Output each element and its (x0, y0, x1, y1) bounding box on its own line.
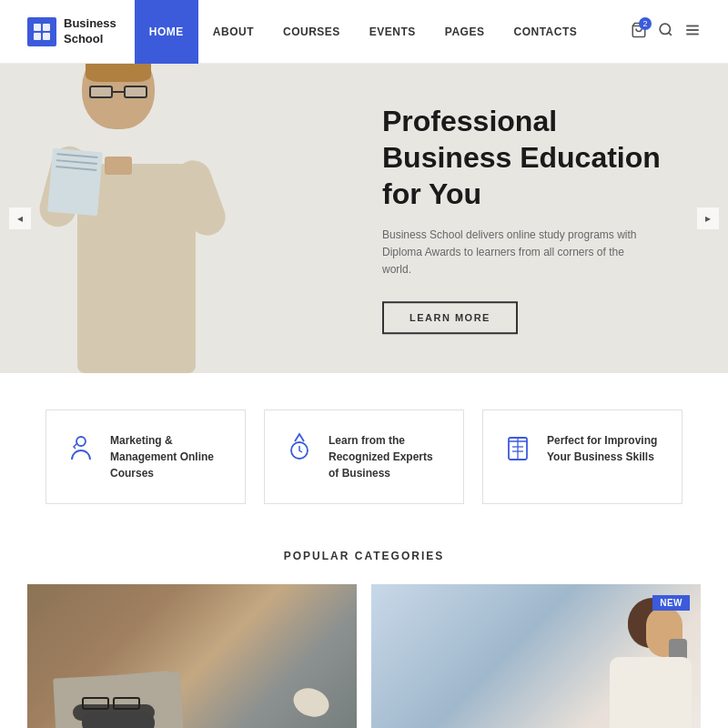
section-title: POPULAR CATEGORIES (27, 550, 701, 562)
menu-icon[interactable] (684, 22, 701, 42)
hero-section: ◂ Professional Business Education for Yo… (0, 64, 728, 373)
nav-courses[interactable]: COURSES (268, 0, 355, 64)
nav-about[interactable]: ABOUT (198, 0, 268, 64)
book-icon (501, 432, 534, 465)
medal-icon (283, 432, 316, 465)
logo-text: Business School (64, 16, 116, 47)
hero-next-button[interactable]: ▸ (697, 207, 719, 229)
marketing-icon (65, 432, 97, 465)
feature-card-3: Perfect for Improving Your Business Skil… (482, 410, 682, 504)
svg-line-7 (669, 33, 672, 35)
marketing-image (371, 584, 701, 728)
person-silhouette (55, 82, 218, 373)
feature-text-1: Marketing & Management Online Courses (110, 432, 227, 481)
feature-text-3: Perfect for Improving Your Business Skil… (547, 432, 663, 465)
features-section: Marketing & Management Online Courses Le… (0, 373, 728, 541)
nav-pages[interactable]: PAGES (430, 0, 500, 64)
cart-badge: 2 (639, 17, 652, 30)
categories-grid: Brand Strategy → NEW Marketing → (27, 584, 701, 728)
feature-card-2: Learn from the Recognized Experts of Bus… (264, 410, 464, 504)
new-badge: NEW (652, 595, 690, 611)
hero-prev-button[interactable]: ◂ (9, 207, 31, 229)
hero-person-area (0, 64, 328, 373)
header: Business School HOME ABOUT COURSES EVENT… (0, 0, 728, 64)
svg-rect-4 (43, 33, 50, 40)
category-card-marketing[interactable]: NEW Marketing → (371, 584, 701, 728)
category-card-brand-strategy[interactable]: Brand Strategy → (27, 584, 357, 728)
main-nav: HOME ABOUT COURSES EVENTS PAGES CONTACTS (135, 0, 631, 64)
cart-icon[interactable]: 2 (631, 22, 647, 42)
hero-content: Professional Business Education for You … (382, 103, 673, 334)
svg-point-6 (660, 24, 670, 34)
svg-rect-2 (43, 24, 50, 31)
feature-card-1: Marketing & Management Online Courses (46, 410, 246, 504)
search-icon[interactable] (658, 22, 673, 41)
feature-text-2: Learn from the Recognized Experts of Bus… (329, 432, 445, 481)
svg-rect-3 (34, 33, 41, 40)
nav-home[interactable]: HOME (135, 0, 198, 64)
svg-point-11 (76, 437, 86, 446)
nav-events[interactable]: EVENTS (355, 0, 430, 64)
logo[interactable]: Business School (27, 16, 116, 47)
categories-section: POPULAR CATEGORIES Brand Strategy → (0, 541, 728, 728)
brand-strategy-image (27, 584, 357, 728)
nav-contacts[interactable]: CONTACTS (499, 0, 592, 64)
svg-rect-1 (34, 24, 41, 31)
hero-cta-button[interactable]: LEARN MORE (382, 301, 518, 334)
logo-icon (27, 17, 56, 46)
hero-title: Professional Business Education for You (382, 103, 673, 212)
hero-description: Business School delivers online study pr… (382, 227, 637, 279)
header-actions: 2 (631, 22, 701, 42)
svg-rect-0 (27, 17, 56, 46)
